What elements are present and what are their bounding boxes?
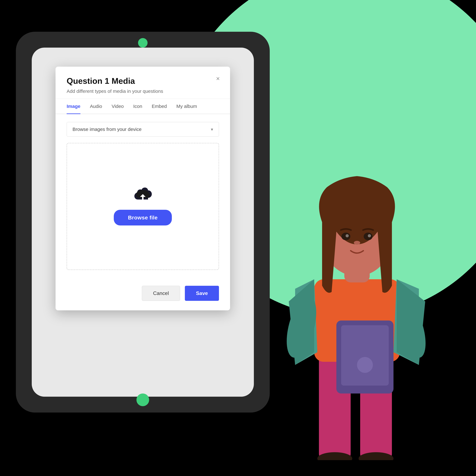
tablet-camera-top: [138, 38, 148, 48]
chevron-down-icon: ▾: [211, 127, 213, 132]
tablet-camera-bottom: [136, 393, 149, 406]
modal-header: Question 1 Media Add different types of …: [55, 67, 230, 99]
character-svg: [270, 174, 444, 460]
tab-video[interactable]: Video: [112, 99, 124, 114]
svg-point-17: [346, 234, 349, 237]
tab-icon[interactable]: Icon: [133, 99, 142, 114]
svg-rect-9: [341, 325, 389, 386]
cloud-upload-icon: [133, 187, 152, 204]
cancel-button[interactable]: Cancel: [142, 286, 180, 301]
source-dropdown[interactable]: Browse images from your device ▾: [67, 122, 219, 136]
media-modal: Question 1 Media Add different types of …: [55, 67, 230, 310]
svg-point-19: [354, 241, 360, 245]
character-illustration: [270, 174, 444, 460]
modal-title: Question 1 Media: [67, 76, 219, 86]
upload-drop-zone[interactable]: Browse file: [67, 143, 219, 270]
tab-audio[interactable]: Audio: [90, 99, 102, 114]
browse-file-button[interactable]: Browse file: [114, 210, 172, 225]
modal-body: Browse images from your device ▾: [55, 114, 230, 286]
tab-image[interactable]: Image: [67, 99, 81, 114]
tablet-screen: Question 1 Media Add different types of …: [32, 48, 254, 397]
tab-my-album[interactable]: My album: [176, 99, 197, 114]
tablet-frame: Question 1 Media Add different types of …: [16, 32, 270, 412]
svg-point-10: [357, 357, 373, 373]
dropdown-value: Browse images from your device: [72, 127, 141, 132]
svg-point-18: [368, 234, 371, 237]
tab-embed[interactable]: Embed: [152, 99, 167, 114]
close-button[interactable]: ×: [216, 75, 220, 82]
upload-icon-container: [133, 187, 152, 204]
modal-subtitle: Add different types of media in your que…: [67, 88, 219, 94]
modal-overlay: Question 1 Media Add different types of …: [32, 48, 254, 397]
modal-footer: Cancel Save: [55, 286, 230, 310]
save-button[interactable]: Save: [185, 286, 219, 301]
tab-bar: Image Audio Video Icon Embed My album: [55, 99, 230, 114]
